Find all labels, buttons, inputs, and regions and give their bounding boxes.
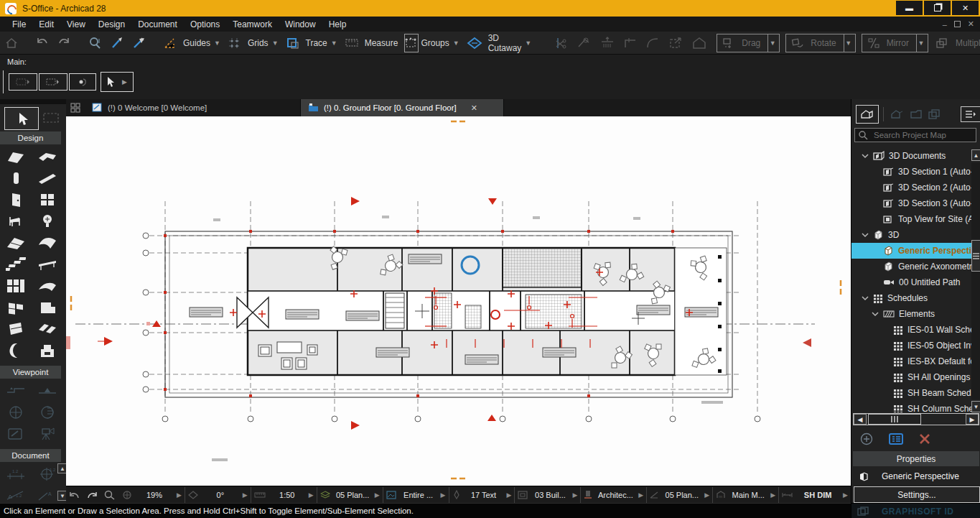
- tree-item-schedules[interactable]: Schedules: [851, 290, 971, 306]
- cutaway-caret-icon[interactable]: ▼: [525, 40, 531, 47]
- delete-viewpoint-icon[interactable]: [919, 433, 930, 445]
- find-select-icon[interactable]: [88, 37, 103, 50]
- groups-caret-icon[interactable]: ▼: [453, 40, 459, 47]
- cutaway-label[interactable]: 3D Cutaway: [488, 33, 522, 53]
- model-view-segment[interactable]: 03 Buil...▶: [515, 487, 581, 503]
- tree-scroll-up[interactable]: ▲: [971, 149, 980, 161]
- tree-scroll-right[interactable]: ▶: [966, 414, 979, 425]
- orientation-segment[interactable]: 0°▶: [185, 487, 251, 503]
- tree-item-top-view-site[interactable]: Top View for Site (A: [851, 211, 971, 227]
- zoom-segment[interactable]: 19%▶: [119, 487, 185, 503]
- close-button[interactable]: ✕: [952, 1, 979, 15]
- tree-scroll-track[interactable]: [971, 162, 980, 399]
- cutaway-icon[interactable]: [467, 37, 482, 50]
- trace-caret-icon[interactable]: ▼: [331, 40, 337, 47]
- tree-item-ies-bx[interactable]: IES-BX Default fo: [851, 353, 971, 369]
- menu-design[interactable]: Design: [92, 17, 131, 32]
- measure-icon[interactable]: [345, 37, 359, 50]
- slab-tool[interactable]: [34, 147, 60, 166]
- minimize-button[interactable]: ▬: [896, 1, 923, 15]
- image-segment[interactable]: Entire ...▶: [383, 487, 449, 503]
- menu-file[interactable]: File: [6, 17, 32, 32]
- dimension-segment[interactable]: SH DIM▶: [779, 487, 851, 503]
- grids-label[interactable]: Grids: [248, 38, 269, 48]
- restore-button[interactable]: [924, 1, 951, 15]
- guides-icon[interactable]: [163, 37, 177, 50]
- tree-item-untitled-path[interactable]: 00 Untitled Path: [851, 274, 971, 290]
- tree-item-ies-01[interactable]: IES-01 Wall Sched: [851, 322, 971, 338]
- shell-crescent-tool[interactable]: [3, 341, 29, 360]
- guides-label[interactable]: Guides: [183, 38, 210, 48]
- search-input[interactable]: [872, 130, 976, 140]
- wall-tool[interactable]: [3, 147, 29, 166]
- arrow-tool-mini-button[interactable]: ▶: [101, 72, 134, 92]
- object-tool[interactable]: [3, 212, 29, 231]
- roof-tool[interactable]: [3, 233, 29, 252]
- document-section-header[interactable]: Document: [0, 449, 61, 462]
- mirror-dropdown[interactable]: ▼: [916, 34, 928, 52]
- tree-scroll-thumb[interactable]: [971, 240, 980, 272]
- menu-document[interactable]: Document: [131, 17, 184, 32]
- layout-book-icon[interactable]: [907, 108, 925, 120]
- menu-window[interactable]: Window: [279, 17, 322, 32]
- pen-set-segment[interactable]: 17 Text▶: [449, 487, 515, 503]
- redo-icon[interactable]: [57, 37, 71, 49]
- undo-icon[interactable]: [35, 37, 50, 49]
- doc-minimize-icon[interactable]: –: [943, 20, 947, 29]
- trace-label[interactable]: Trace: [306, 38, 327, 48]
- marquee-tool-mini-button[interactable]: [9, 73, 37, 91]
- tree-item-sh-column[interactable]: SH Column Sched: [851, 401, 971, 412]
- tree-item-generic-axonometry[interactable]: Generic Axonometr: [851, 259, 971, 274]
- menu-teamwork[interactable]: Teamwork: [226, 17, 279, 32]
- beam-tool[interactable]: [34, 169, 60, 188]
- slope-segment[interactable]: 05 Plan...▶: [647, 487, 713, 503]
- column-tool[interactable]: [3, 169, 29, 188]
- tree-scroll-down[interactable]: ▼: [971, 401, 980, 412]
- menu-view[interactable]: View: [60, 17, 92, 32]
- drag-dropdown[interactable]: ▼: [767, 34, 779, 52]
- lamp-tool[interactable]: [34, 212, 60, 231]
- shell-tool[interactable]: [34, 233, 60, 252]
- tree-scroll-left[interactable]: ◀: [854, 414, 867, 425]
- mesh-tool[interactable]: [34, 277, 60, 295]
- zoom-options-icon[interactable]: [101, 490, 119, 500]
- menu-options[interactable]: Options: [184, 17, 226, 32]
- menu-help[interactable]: Help: [322, 17, 353, 32]
- rotate-dropdown[interactable]: ▼: [844, 34, 855, 52]
- dock-handle[interactable]: [3, 70, 4, 93]
- main-model-segment[interactable]: m Main M...▶: [713, 487, 779, 503]
- measure-label[interactable]: Measure: [365, 38, 398, 48]
- curtain-wall-tool[interactable]: [3, 277, 29, 295]
- selection-mini-button[interactable]: [39, 73, 67, 91]
- tree-item-sh-all-openings[interactable]: SH All Openings S: [851, 369, 971, 385]
- window-tool[interactable]: [34, 190, 60, 209]
- tree-item-3d-section-3[interactable]: 3D Section 3 (Auto-: [851, 195, 971, 211]
- tree-item-3d-documents[interactable]: 3D Documents: [851, 148, 971, 164]
- graphisoft-id-bar[interactable]: GRAPHISOFT ID: [851, 503, 980, 518]
- floor-plan-canvas[interactable]: [66, 116, 851, 486]
- next-view-icon[interactable]: [83, 490, 101, 500]
- morph-tool[interactable]: [3, 320, 29, 338]
- stair-tool[interactable]: [3, 255, 29, 274]
- tree-hscroll-thumb[interactable]: [868, 414, 921, 425]
- multiply-label[interactable]: Multiply...: [956, 38, 980, 48]
- scale-segment[interactable]: 1:50▶: [251, 487, 317, 503]
- viewpoint-section-header[interactable]: Viewpoint: [0, 366, 61, 379]
- zone-tool[interactable]: [34, 298, 60, 317]
- rotate-button[interactable]: Rotate: [786, 34, 843, 52]
- tree-item-elements[interactable]: Elements: [851, 306, 971, 322]
- skylight-tool[interactable]: [34, 320, 60, 338]
- previous-view-icon[interactable]: [66, 490, 83, 500]
- drag-button[interactable]: Drag: [717, 34, 767, 52]
- project-map-button[interactable]: [856, 105, 879, 124]
- tab-welcome[interactable]: (!) 0 Welcome [0 Welcome]: [85, 99, 301, 116]
- layers-segment[interactable]: 05 Plan...▶: [317, 487, 383, 503]
- groups-button[interactable]: [404, 34, 419, 52]
- doc-close-icon[interactable]: ✕: [968, 19, 974, 29]
- home-icon[interactable]: [5, 37, 18, 49]
- tree-item-3d-section-1[interactable]: 3D Section 1 (Auto-r: [851, 164, 971, 180]
- inject-parameters-icon[interactable]: [131, 37, 146, 50]
- tree-item-3d-section-2[interactable]: 3D Section 2 (Auto-: [851, 180, 971, 195]
- trace-icon[interactable]: [286, 37, 300, 50]
- view-map-icon[interactable]: [888, 108, 907, 120]
